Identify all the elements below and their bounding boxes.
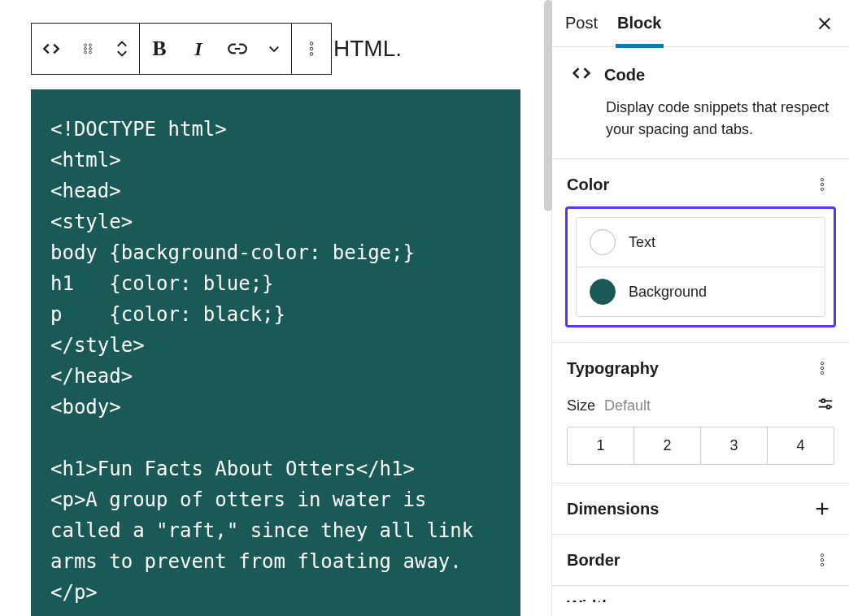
italic-button[interactable]: I [179,24,218,74]
svg-point-16 [821,371,823,374]
color-text-row[interactable]: Text [576,217,825,267]
block-info: Code Display code snippets that respect … [552,47,849,159]
bold-button[interactable]: B [140,24,179,74]
panel-dimensions-title: Dimensions [567,500,659,518]
text-color-swatch [590,229,616,255]
svg-point-2 [85,48,87,50]
options-button[interactable] [292,24,331,74]
svg-point-7 [310,47,313,50]
svg-point-5 [89,51,92,54]
tab-block[interactable]: Block [616,0,663,47]
tab-post[interactable]: Post [564,0,599,47]
block-description: Display code snippets that respect your … [570,97,831,141]
svg-point-14 [821,362,823,365]
panel-typography-title: Typography [567,359,659,378]
svg-point-11 [821,179,823,181]
svg-point-12 [821,183,823,185]
scrollbar[interactable] [544,0,552,211]
trailing-text: HTML. [332,23,402,75]
code-block-content[interactable]: <!DOCTYPE html> <html> <head> <style> bo… [31,89,520,616]
panel-width-peek: Width [552,586,849,602]
size-preset-3[interactable]: 3 [700,427,767,464]
size-label: Size [567,397,595,414]
svg-point-24 [821,558,823,561]
code-block-icon [570,62,593,89]
svg-point-6 [310,42,313,46]
background-color-swatch [590,279,616,305]
size-value: Default [604,397,651,414]
svg-point-25 [821,563,823,566]
panel-color: Color Text Background [552,159,849,343]
color-settings-highlight: Text Background [565,206,836,328]
size-preset-1[interactable]: 1 [568,427,633,464]
typography-options-button[interactable] [810,356,834,380]
panel-dimensions: Dimensions [552,484,849,535]
block-name: Code [604,66,645,85]
color-text-label: Text [629,234,655,251]
size-preset-4[interactable]: 4 [767,427,834,464]
svg-point-1 [89,44,92,46]
link-button[interactable] [218,24,257,74]
move-up-down[interactable] [105,24,139,74]
settings-sidebar: Post Block Code Display code snippets th… [551,0,849,616]
border-options-button[interactable] [810,548,834,572]
color-options-button[interactable] [810,172,834,197]
svg-point-23 [821,554,823,557]
block-type-icon[interactable] [32,24,71,74]
size-settings-button[interactable] [816,395,834,417]
more-rich-text-dropdown[interactable] [257,24,291,74]
sidebar-tabs: Post Block [552,0,849,47]
svg-point-15 [821,367,823,369]
svg-point-13 [821,188,823,190]
close-sidebar-button[interactable] [812,11,838,37]
block-toolbar: B I [31,23,332,75]
svg-point-3 [89,48,92,50]
svg-point-20 [827,406,830,409]
editor-canvas: B I HTML. <!DOCTYPE html> <html> <head> … [0,0,551,616]
svg-point-4 [85,51,87,54]
color-background-label: Background [629,284,707,301]
panel-border: Border [552,535,849,586]
font-size-presets: 1 2 3 4 [567,427,834,465]
svg-point-8 [310,53,313,56]
svg-point-0 [85,44,87,46]
dimensions-add-button[interactable] [810,497,834,521]
drag-handle-icon[interactable] [71,24,105,74]
panel-typography: Typography Size Default 1 2 3 4 [552,343,849,484]
size-preset-2[interactable]: 2 [633,427,700,464]
panel-color-title: Color [567,176,609,194]
svg-point-18 [821,399,825,402]
color-background-row[interactable]: Background [576,267,825,317]
panel-border-title: Border [567,551,620,570]
